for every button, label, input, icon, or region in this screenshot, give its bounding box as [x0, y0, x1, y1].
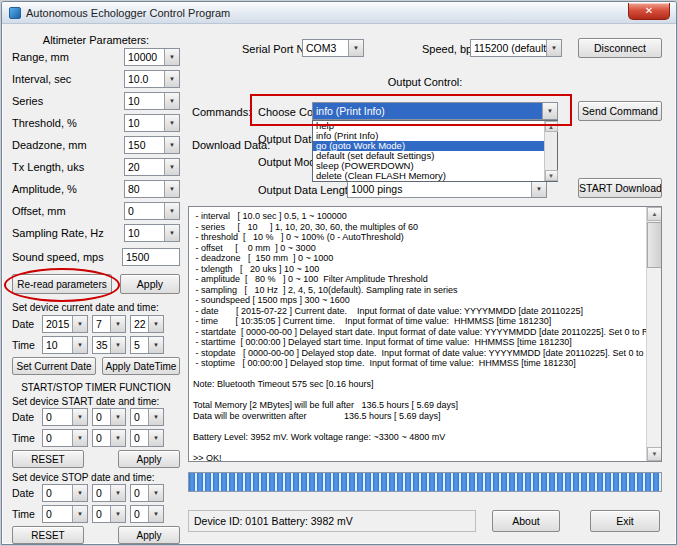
date-combo-0[interactable]: 0▼ [42, 484, 88, 502]
chevron-down-icon[interactable]: ▼ [110, 337, 125, 353]
param-combo-threshold[interactable]: 10▼ [124, 114, 180, 132]
chevron-down-icon[interactable]: ▼ [148, 316, 163, 332]
param-combo-amplitude[interactable]: 80▼ [124, 180, 180, 198]
chevron-down-icon[interactable]: ▼ [110, 316, 125, 332]
time-combo-2[interactable]: 0▼ [130, 505, 164, 523]
chevron-down-icon[interactable]: ▼ [72, 430, 87, 446]
console-output-panel[interactable]: - interval [ 10.0 sec ] 0.5, 1 ~ 100000 … [188, 206, 662, 462]
start-datetime-group: Date0▼0▼0▼Time0▼0▼0▼RESETApply [12, 408, 180, 468]
date-combo-1[interactable]: 0▼ [92, 408, 126, 426]
exit-button[interactable]: Exit [590, 510, 660, 532]
time-combo-1[interactable]: 0▼ [92, 505, 126, 523]
time-combo-0-value: 0 [43, 506, 72, 522]
dt-current-apply-datetime-button[interactable]: Apply DateTime [102, 357, 180, 375]
command-option-1[interactable]: info (Print Info) [313, 131, 544, 141]
chevron-down-icon[interactable]: ▼ [110, 409, 125, 425]
scroll-up-icon[interactable]: ▲ [545, 121, 558, 132]
date-combo-0[interactable]: 0▼ [42, 408, 88, 426]
time-combo-2[interactable]: 0▼ [130, 429, 164, 447]
console-scrollbar[interactable]: ▲ ▼ [646, 207, 661, 461]
chevron-down-icon[interactable]: ▼ [164, 93, 179, 109]
chevron-down-icon[interactable]: ▼ [72, 506, 87, 522]
date-combo-1[interactable]: 7▼ [92, 315, 126, 333]
dt-start-buttons: RESETApply [12, 450, 180, 468]
command-option-5[interactable]: delete (Clean FLASH Memory) [313, 171, 544, 181]
apply-parameters-button[interactable]: Apply [120, 274, 180, 294]
chevron-down-icon[interactable]: ▼ [72, 337, 87, 353]
send-command-button[interactable]: Send Command [578, 101, 662, 121]
chevron-down-icon[interactable]: ▼ [72, 316, 87, 332]
time-combo-0[interactable]: 0▼ [42, 505, 88, 523]
serial-port-combo[interactable]: COM3 ▼ [302, 39, 364, 57]
param-combo-tx-length-uks[interactable]: 20▼ [124, 158, 180, 176]
date-combo-0-value: 2015 [43, 316, 72, 332]
chevron-down-icon[interactable]: ▼ [148, 430, 163, 446]
dt-start-apply-button[interactable]: Apply [118, 450, 180, 468]
dt-stop-apply-button[interactable]: Apply [118, 526, 180, 544]
disconnect-button[interactable]: Disconnect [578, 38, 662, 58]
chevron-down-icon[interactable]: ▼ [164, 181, 179, 197]
command-option-0[interactable]: help [313, 121, 544, 131]
dt-start-reset-button[interactable]: RESET [12, 450, 84, 468]
speed-combo[interactable]: 115200 (default) ▼ [470, 39, 562, 57]
dt-stop-reset-button[interactable]: RESET [12, 526, 84, 544]
param-combo-series[interactable]: 10▼ [124, 92, 180, 110]
time-combo-1[interactable]: 35▼ [92, 336, 126, 354]
soundspeed-input[interactable] [122, 248, 180, 266]
time-combo-0[interactable]: 0▼ [42, 429, 88, 447]
about-button[interactable]: About [492, 510, 560, 532]
output-data-length-combo[interactable]: 1000 pings ▼ [347, 180, 547, 198]
commands-label: Commands: [192, 106, 251, 118]
reread-parameters-button[interactable]: Re-read parameters [12, 274, 112, 294]
altimeter-panel: Altimeter Parameters: Range, mm10000▼Int… [12, 32, 180, 546]
time-combo-0[interactable]: 10▼ [42, 336, 88, 354]
start-download-button[interactable]: START Download [578, 178, 662, 198]
param-row: Offset, mm0▼ [12, 202, 180, 220]
chevron-down-icon[interactable]: ▼ [164, 159, 179, 175]
chevron-down-icon[interactable]: ▼ [148, 485, 163, 501]
chevron-down-icon[interactable]: ▼ [110, 485, 125, 501]
chevron-down-icon[interactable]: ▼ [531, 181, 546, 197]
scroll-down-icon[interactable]: ▼ [545, 170, 558, 181]
title-bar[interactable]: Autonomous Echologger Control Program ✕ [2, 2, 676, 24]
window-title: Autonomous Echologger Control Program [26, 7, 230, 19]
date-combo-2[interactable]: 0▼ [130, 408, 164, 426]
date-combo-2[interactable]: 22▼ [130, 315, 164, 333]
chevron-down-icon[interactable]: ▼ [164, 71, 179, 87]
chevron-down-icon[interactable]: ▼ [110, 430, 125, 446]
chevron-down-icon[interactable]: ▼ [72, 409, 87, 425]
chevron-down-icon[interactable]: ▼ [110, 506, 125, 522]
dropdown-scrollbar[interactable]: ▲ ▼ [544, 121, 557, 181]
command-option-3[interactable]: default (set default Settings) [313, 151, 544, 161]
chevron-down-icon[interactable]: ▼ [148, 337, 163, 353]
command-combo[interactable]: info (Print Info) ▼ [312, 102, 558, 120]
chevron-down-icon[interactable]: ▼ [164, 137, 179, 153]
dt-current-set-current-date-button[interactable]: Set Current Date [12, 357, 96, 375]
param-combo-offset-mm[interactable]: 0▼ [124, 202, 180, 220]
chevron-down-icon[interactable]: ▼ [164, 203, 179, 219]
chevron-down-icon[interactable]: ▼ [542, 103, 557, 119]
date-combo-0[interactable]: 2015▼ [42, 315, 88, 333]
chevron-down-icon[interactable]: ▼ [546, 40, 561, 56]
chevron-down-icon[interactable]: ▼ [348, 40, 363, 56]
close-button[interactable]: ✕ [628, 3, 670, 20]
param-combo-interval-sec[interactable]: 10.0▼ [124, 70, 180, 88]
time-combo-2[interactable]: 5▼ [130, 336, 164, 354]
command-option-4[interactable]: sleep (POWERDOWN) [313, 161, 544, 171]
scrollbar-thumb[interactable] [647, 222, 662, 268]
chevron-down-icon[interactable]: ▼ [148, 409, 163, 425]
param-combo-sampling-rate-hz[interactable]: 10▼ [124, 224, 180, 242]
command-option-2[interactable]: go (goto Work Mode) [313, 141, 544, 151]
date-combo-1[interactable]: 0▼ [92, 484, 126, 502]
time-combo-1[interactable]: 0▼ [92, 429, 126, 447]
param-combo-range-mm[interactable]: 10000▼ [124, 48, 180, 66]
date-combo-2[interactable]: 0▼ [130, 484, 164, 502]
param-combo-deadzone-mm[interactable]: 150▼ [124, 136, 180, 154]
scroll-down-icon[interactable]: ▼ [647, 447, 662, 461]
chevron-down-icon[interactable]: ▼ [164, 225, 179, 241]
chevron-down-icon[interactable]: ▼ [164, 49, 179, 65]
chevron-down-icon[interactable]: ▼ [72, 485, 87, 501]
chevron-down-icon[interactable]: ▼ [148, 506, 163, 522]
chevron-down-icon[interactable]: ▼ [164, 115, 179, 131]
scroll-up-icon[interactable]: ▲ [647, 207, 662, 221]
